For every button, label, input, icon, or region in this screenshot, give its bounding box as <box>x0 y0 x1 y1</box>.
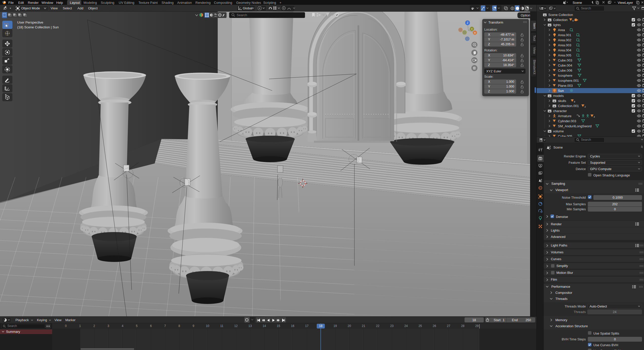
svg-text:X: X <box>474 32 476 34</box>
svg-text:Y: Y <box>471 28 473 30</box>
svg-text:Z: Z <box>467 22 468 24</box>
